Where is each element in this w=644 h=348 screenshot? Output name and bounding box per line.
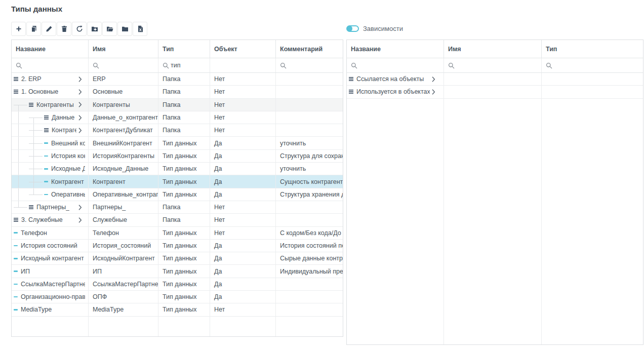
open-folder-button[interactable] <box>102 22 117 36</box>
column-header-label: Имя <box>448 46 461 53</box>
table-row[interactable]: КонтрагентыКонтрагентыПапкаНет <box>12 99 343 111</box>
imya-cell-value: Контрагенты <box>93 101 130 108</box>
name-cell: Ссылается на объекты <box>347 73 444 85</box>
table-row[interactable]: Ссылается на объекты <box>347 73 643 86</box>
tip-cell-value: Тип данных <box>163 306 197 313</box>
search-icon <box>351 62 357 69</box>
table-row[interactable]: Данные о кДанные_о_контрагентаПапкаНет <box>12 111 343 124</box>
comment-cell-value: С кодом/Без кода/До <box>280 229 341 237</box>
filter-cell-2[interactable] <box>444 58 542 72</box>
dependencies-table: НазваниеИмяТипСсылается на объектыИсполь… <box>346 40 643 345</box>
imya-cell-value: ИП <box>93 268 102 275</box>
toggle-off-icon[interactable] <box>346 25 359 32</box>
imya-cell <box>444 86 542 98</box>
expand-chevron-icon[interactable] <box>76 102 82 107</box>
expand-chevron-icon[interactable] <box>76 76 82 82</box>
comment-cell: уточнить <box>276 137 343 149</box>
expand-chevron-icon[interactable] <box>430 89 435 95</box>
folder-icon <box>349 90 353 94</box>
datatype-icon <box>14 284 18 285</box>
column-header-3[interactable]: Тип <box>542 40 643 58</box>
table-row[interactable]: Внешний контВнешнийКонтрагентТип данныхД… <box>12 137 343 149</box>
column-header-5[interactable]: Комментарий <box>276 40 343 58</box>
imya-cell: КонтрагентДубликат <box>89 124 158 136</box>
column-header-2[interactable]: Имя <box>444 40 542 58</box>
table-row[interactable]: 3. СлужебныеСлужебныеПапкаНет <box>12 214 343 226</box>
imya-cell: ИП <box>89 265 158 277</box>
folder-icon <box>14 77 18 81</box>
add-button[interactable] <box>11 22 26 36</box>
object-cell: Да <box>210 278 276 290</box>
column-header-4[interactable]: Объект <box>210 40 276 58</box>
tree-guide-line <box>14 175 29 187</box>
expand-chevron-icon[interactable] <box>76 205 82 210</box>
expand-chevron-icon[interactable] <box>76 128 82 133</box>
column-header-3[interactable]: Тип <box>158 40 210 58</box>
empty-cell <box>12 317 89 336</box>
column-header-2[interactable]: Имя <box>89 40 158 58</box>
copy-icon <box>30 25 37 32</box>
row-name: Исходный контрагент <box>21 255 84 262</box>
column-header-1[interactable]: Название <box>347 40 444 58</box>
table-row[interactable]: ТелефонТелефонТип данныхНетС кодом/Без к… <box>12 227 343 240</box>
expand-chevron-icon[interactable] <box>430 76 435 82</box>
tree-connector-line <box>14 99 29 111</box>
imya-cell: Исходные_Данные <box>89 163 158 175</box>
datatype-icon <box>44 142 48 144</box>
expand-chevron-icon[interactable] <box>76 89 82 95</box>
dependencies-toggle[interactable]: Зависимости <box>346 25 403 32</box>
tip-cell: Тип данных <box>158 303 210 316</box>
expand-chevron-icon[interactable] <box>76 217 82 223</box>
tree-connector-line <box>29 163 44 175</box>
table-row[interactable]: КонтрагентКонтрагентДубликатПапкаНет <box>12 124 343 137</box>
dependencies-toggle-label: Зависимости <box>363 25 403 32</box>
table-row[interactable]: 1. ОсновныеОсновныеПапкаНет <box>12 86 343 98</box>
tip-cell: Папка <box>158 214 210 226</box>
table-row[interactable]: MediaTypeMediaTypeТип данныхНет <box>12 303 343 316</box>
expand-chevron-icon[interactable] <box>76 115 82 121</box>
filter-cell-1[interactable] <box>12 58 89 72</box>
filter-cell-2[interactable] <box>89 58 158 72</box>
object-cell: Нет <box>210 99 276 111</box>
copy-button[interactable] <box>26 22 41 36</box>
filter-cell-3[interactable] <box>542 58 643 72</box>
table-row[interactable]: Организационно-правоОПФТип данныхДа <box>12 291 343 303</box>
chevron-right-icon <box>432 89 435 95</box>
folder-button[interactable] <box>117 22 132 36</box>
column-header-1[interactable]: Название <box>12 40 89 58</box>
table-row[interactable]: СсылкаМастерПартнерСсылкаМастерПартнерТи… <box>12 278 343 291</box>
table-row[interactable]: История контрИсторияКонтрагентыТип данны… <box>12 150 343 163</box>
column-header-label: Название <box>16 46 46 53</box>
comment-cell <box>276 278 343 290</box>
edit-button[interactable] <box>42 22 56 36</box>
empty-cell <box>276 317 343 336</box>
folder-open-icon <box>106 25 113 32</box>
imya-cell: ОПФ <box>89 291 158 303</box>
table-row[interactable]: 2. ERPERPПапкаНет <box>12 73 343 86</box>
table-row[interactable]: ОперативныеОперативные_контрагеТип данны… <box>12 188 343 201</box>
filter-cell-4[interactable] <box>210 58 276 72</box>
table-row[interactable]: КонтрагентКонтрагентТип данныхДаСущность… <box>12 175 343 188</box>
table-row[interactable]: История состоянийИстория_состоянийТип да… <box>12 240 343 252</box>
add-folder-button[interactable] <box>87 22 102 36</box>
filter-value: тип <box>171 62 180 69</box>
table-row[interactable]: Исходные ДанИсходные_ДанныеТип данныхДау… <box>12 163 343 175</box>
tip-cell: Тип данных <box>158 252 210 264</box>
chevron-right-icon <box>432 76 435 82</box>
name-cell: Внешний конт <box>12 137 89 149</box>
export-excel-button[interactable] <box>133 22 147 36</box>
folder-icon <box>349 77 353 81</box>
filter-cell-3[interactable]: тип <box>158 58 210 72</box>
table-row[interactable]: Партнеры_Партнеры_ПапкаНет <box>12 201 343 214</box>
refresh-button[interactable] <box>72 22 87 36</box>
table-row[interactable]: Используется в объектах <box>347 86 643 98</box>
object-cell-value: Нет <box>214 75 225 83</box>
table-row[interactable]: ИПИПТип данныхДаИндивидуальный пре <box>12 265 343 278</box>
table-row[interactable]: Исходный контрагентИсходныйКонтрагентТип… <box>12 252 343 265</box>
delete-button[interactable] <box>57 22 71 36</box>
filter-cell-5[interactable] <box>276 58 343 72</box>
imya-cell: MediaType <box>89 303 158 316</box>
column-header-label: Комментарий <box>280 46 323 53</box>
filter-cell-1[interactable] <box>347 58 444 72</box>
imya-cell-value: ОПФ <box>93 293 107 300</box>
